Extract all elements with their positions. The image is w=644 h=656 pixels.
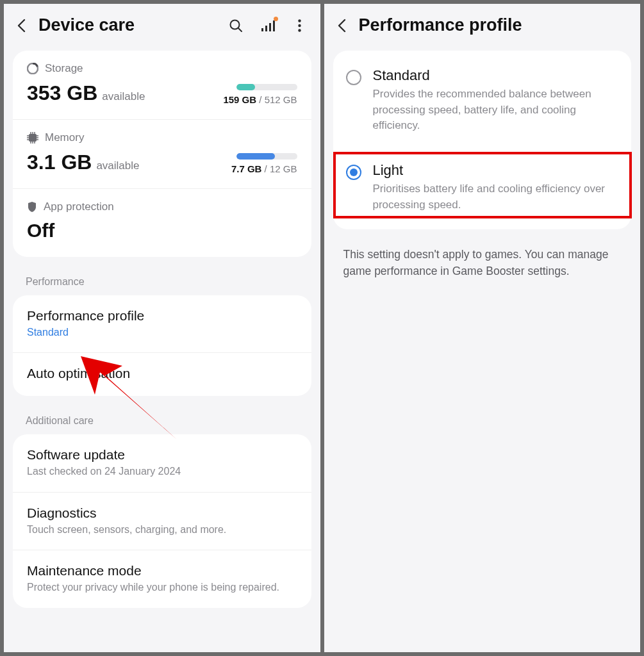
memory-icon [27, 132, 38, 144]
option-standard[interactable]: Standard Provides the recommended balanc… [333, 53, 632, 148]
option-standard-title: Standard [373, 67, 618, 84]
svg-line-1 [238, 28, 242, 31]
storage-available: 353 GB [27, 81, 97, 105]
stats-card: Storage 353 GB available 159 GB / 512 GB… [13, 51, 311, 257]
app-protection-row[interactable]: App protection Off [13, 189, 311, 257]
auto-optimisation-item[interactable]: Auto optimisation [13, 353, 311, 396]
memory-fraction: 7.7 GB / 12 GB [231, 163, 297, 174]
option-standard-desc: Provides the recommended balance between… [373, 86, 618, 134]
memory-row[interactable]: Memory 3.1 GB available 7.7 GB / 12 GB [13, 120, 311, 189]
software-update-sub: Last checked on 24 January 2024 [27, 464, 297, 479]
auto-optimisation-title: Auto optimisation [27, 366, 297, 381]
search-icon[interactable] [228, 18, 244, 33]
storage-bar [236, 84, 297, 90]
header: Performance profile [324, 4, 641, 47]
maintenance-item[interactable]: Maintenance mode Protect your privacy wh… [13, 550, 311, 607]
performance-profile-screen: Performance profile Standard Provides th… [324, 4, 641, 652]
option-light-title: Light [373, 162, 618, 179]
svg-rect-2 [261, 28, 263, 31]
back-button[interactable] [14, 19, 28, 33]
software-update-title: Software update [27, 447, 297, 463]
svg-point-8 [298, 29, 301, 31]
storage-label: Storage [45, 62, 83, 75]
diagnostics-title: Diagnostics [27, 505, 297, 521]
footer-note: This setting doesn't apply to games. You… [324, 233, 641, 293]
header: Device care [4, 4, 320, 47]
software-update-item[interactable]: Software update Last checked on 24 Janua… [13, 434, 311, 492]
radio-light[interactable] [346, 165, 361, 180]
maintenance-sub: Protect your privacy while your phone is… [27, 580, 297, 594]
maintenance-title: Maintenance mode [27, 563, 297, 578]
svg-point-7 [298, 24, 301, 26]
page-title: Device care [38, 15, 218, 35]
app-protection-label: App protection [44, 201, 114, 213]
storage-row[interactable]: Storage 353 GB available 159 GB / 512 GB [13, 51, 311, 120]
back-button[interactable] [334, 19, 349, 33]
notification-dot [274, 17, 278, 21]
device-care-screen: Device care Storage [4, 4, 320, 652]
memory-bar [236, 153, 297, 160]
page-title: Performance profile [359, 15, 628, 35]
app-protection-status: Off [27, 220, 297, 242]
option-light-desc: Prioritises battery life and cooling eff… [373, 181, 618, 213]
memory-available: 3.1 GB [27, 151, 92, 174]
shield-icon [27, 201, 37, 213]
performance-profile-title: Performance profile [27, 308, 297, 324]
svg-rect-9 [29, 134, 37, 142]
svg-rect-4 [269, 23, 271, 31]
section-additional: Additional care [4, 400, 320, 430]
option-light[interactable]: Light Prioritises battery life and cooli… [333, 148, 632, 227]
header-actions [228, 18, 308, 33]
storage-fraction: 159 GB / 512 GB [223, 94, 297, 105]
performance-profile-value: Standard [27, 325, 297, 340]
storage-icon [27, 63, 38, 74]
profile-options-card: Standard Provides the recommended balanc… [333, 51, 632, 229]
performance-card: Performance profile Standard Auto optimi… [13, 295, 311, 396]
svg-point-6 [298, 19, 301, 22]
svg-rect-5 [273, 20, 275, 31]
storage-suffix: available [102, 90, 145, 103]
additional-care-card: Software update Last checked on 24 Janua… [13, 434, 311, 607]
radio-standard[interactable] [346, 70, 361, 85]
signal-bars-icon[interactable] [260, 18, 276, 33]
performance-profile-item[interactable]: Performance profile Standard [13, 295, 311, 353]
diagnostics-sub: Touch screen, sensors, charging, and mor… [27, 523, 297, 537]
memory-suffix: available [96, 160, 139, 172]
svg-rect-3 [265, 26, 267, 31]
more-icon[interactable] [292, 18, 308, 33]
section-performance: Performance [4, 261, 320, 291]
memory-label: Memory [45, 131, 84, 144]
diagnostics-item[interactable]: Diagnostics Touch screen, sensors, charg… [13, 493, 311, 550]
